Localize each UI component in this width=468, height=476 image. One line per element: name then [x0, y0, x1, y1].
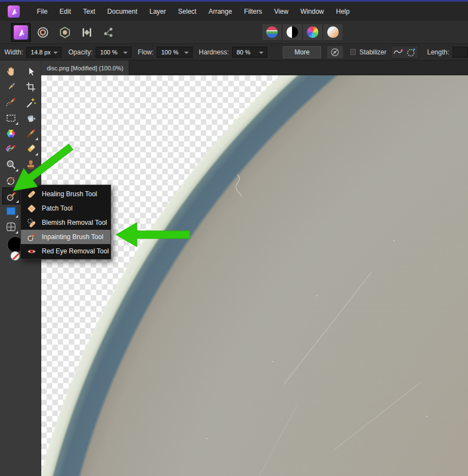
document-tab[interactable]: disc.png [Modified] (100.0%) [41, 60, 129, 75]
auto-colours-button[interactable] [302, 24, 323, 41]
mesh-warp-tool[interactable] [3, 219, 19, 235]
clone-brush-tool[interactable] [23, 157, 39, 173]
opacity-label: Opacity: [68, 48, 92, 56]
menu-filters[interactable]: Filters [238, 4, 268, 19]
erase-brush-tool[interactable] [23, 141, 39, 157]
crop-tool[interactable] [23, 79, 39, 95]
colour-wheel-icon [5, 128, 17, 140]
crop-icon [25, 81, 37, 93]
menu-item-label: Inpainting Brush Tool [42, 233, 103, 241]
undo-brush-tool[interactable] [3, 173, 19, 188]
opacity-combo[interactable]: 100 % [96, 47, 131, 58]
auto-contrast-icon [287, 26, 298, 38]
menu-view[interactable]: View [268, 4, 295, 19]
flow-combo[interactable]: 100 % [157, 47, 192, 58]
length-field[interactable] [453, 47, 468, 58]
dust-speck [426, 416, 427, 417]
export-persona-button[interactable] [99, 23, 119, 42]
marquee-tool[interactable] [3, 110, 19, 126]
background-colour-swatch[interactable] [10, 251, 20, 261]
menu-item-red-eye-removal-tool[interactable]: Red Eye Removal Tool [21, 244, 111, 258]
menu-item-inpainting-brush-tool[interactable]: Inpainting Brush Tool [21, 230, 111, 244]
zoom-tool[interactable] [3, 157, 19, 173]
document-tab-label: disc.png [Modified] (100.0%) [47, 65, 123, 71]
auto-adjustment-group [262, 24, 343, 41]
menu-arrange[interactable]: Arrange [202, 4, 238, 19]
document-tab-bar: disc.png [Modified] (100.0%) [41, 60, 468, 75]
affinity-photo-window: File Edit Text Document Layer Select Arr… [0, 0, 468, 476]
dust-speck [206, 438, 207, 439]
develop-persona-button[interactable] [55, 23, 75, 42]
paint-brush-icon [25, 128, 37, 140]
menu-file[interactable]: File [31, 4, 53, 19]
menu-help[interactable]: Help [330, 4, 356, 19]
menu-items: File Edit Text Document Layer Select Arr… [31, 4, 356, 19]
hardness-value: 80 % [236, 49, 250, 56]
move-tool[interactable] [23, 64, 39, 79]
develop-persona-icon [58, 26, 71, 39]
menu-window[interactable]: Window [294, 4, 330, 19]
hardness-label: Hardness: [199, 48, 229, 56]
menu-text[interactable]: Text [77, 4, 101, 19]
menu-item-label: Patch Tool [42, 204, 73, 212]
marquee-icon [5, 112, 17, 124]
auto-levels-icon [266, 26, 278, 38]
window-stabilizer-icon [406, 47, 417, 58]
flood-fill-tool[interactable] [23, 110, 39, 126]
eraser-icon [25, 143, 37, 155]
liquify-persona-icon [36, 26, 49, 39]
healing-tools-flyout-menu: Healing Brush Tool Patch Tool Blemish Re… [20, 185, 111, 259]
colour-replacement-brush-tool[interactable] [3, 141, 19, 157]
rectangle-tool[interactable] [3, 203, 19, 219]
window-stabilizer-button[interactable] [405, 46, 418, 58]
brush-dynamics-button[interactable] [327, 46, 344, 59]
menu-document[interactable]: Document [101, 4, 144, 19]
menu-select[interactable]: Select [172, 4, 202, 19]
chevron-down-icon [123, 52, 128, 54]
dust-speck [316, 295, 317, 296]
disc-image [41, 75, 468, 476]
auto-contrast-button[interactable] [282, 24, 302, 41]
view-tool[interactable] [3, 64, 19, 79]
menu-item-patch-tool[interactable]: Patch Tool [21, 201, 111, 215]
chevron-down-icon [53, 52, 58, 54]
inpainting-brush-icon [5, 190, 18, 202]
menu-item-blemish-removal-tool[interactable]: Blemish Removal Tool [21, 215, 111, 230]
photo-persona-button[interactable] [11, 23, 31, 42]
opacity-value: 100 % [100, 49, 117, 56]
photo-persona-icon [14, 25, 28, 40]
paint-brush-tool[interactable] [23, 126, 39, 141]
menu-edit[interactable]: Edit [53, 4, 77, 19]
canvas[interactable] [41, 75, 468, 476]
menu-layer[interactable]: Layer [144, 4, 172, 19]
app-logo-icon [8, 5, 20, 18]
width-value: 14.8 px [31, 49, 51, 56]
menu-item-label: Healing Brush Tool [42, 190, 97, 198]
menu-item-healing-brush-tool[interactable]: Healing Brush Tool [21, 187, 111, 201]
magic-wand-icon [25, 96, 37, 108]
rope-stabilizer-button[interactable] [392, 46, 405, 58]
blemish-removal-icon [26, 218, 37, 228]
flow-value: 100 % [161, 49, 178, 56]
auto-white-balance-icon [327, 26, 339, 38]
flood-select-tool[interactable] [23, 95, 39, 110]
dust-speck [393, 240, 394, 241]
more-button[interactable]: More [283, 46, 321, 58]
rope-stabilizer-icon [393, 47, 404, 58]
width-combo[interactable]: 14.8 px [26, 47, 62, 58]
flow-label: Flow: [138, 48, 154, 56]
colour-replacement-brush-icon [5, 143, 17, 155]
inpainting-brush-icon [26, 232, 37, 242]
liquify-persona-button[interactable] [33, 23, 53, 42]
mesh-warp-icon [5, 221, 17, 233]
gradient-tool[interactable] [3, 126, 19, 141]
selection-brush-tool[interactable] [3, 95, 19, 110]
auto-levels-button[interactable] [262, 24, 282, 41]
colour-picker-tool[interactable] [3, 79, 19, 95]
stabilizer-checkbox[interactable] [350, 49, 356, 55]
auto-colours-icon [307, 26, 318, 38]
tone-mapping-persona-button[interactable] [77, 23, 97, 42]
inpainting-brush-tool[interactable] [2, 187, 20, 204]
hardness-combo[interactable]: 80 % [232, 47, 267, 58]
auto-white-balance-button[interactable] [323, 24, 343, 41]
